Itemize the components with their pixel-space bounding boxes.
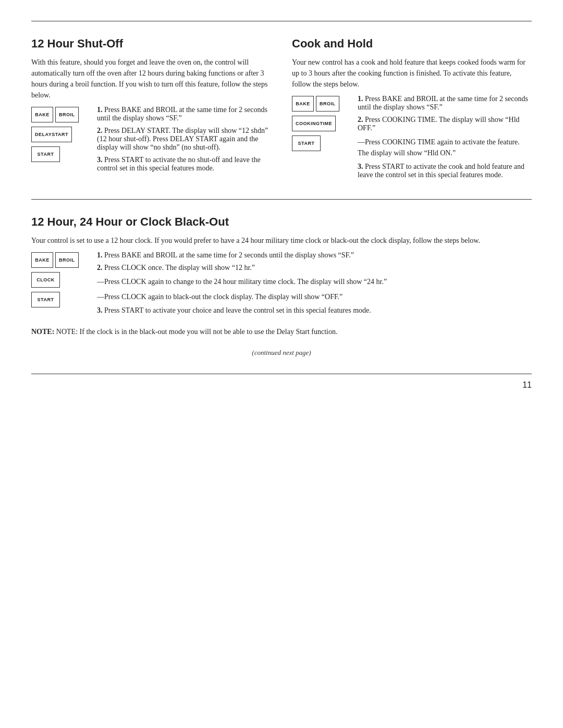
section3-title: 12 Hour, 24 Hour or Clock Black-Out: [31, 215, 532, 229]
section2-cooking-time-row: COOKINGTIME: [292, 116, 336, 131]
section2-broil-button: BROIL: [316, 96, 339, 112]
section-clock-blackout: 12 Hour, 24 Hour or Clock Black-Out Your…: [31, 215, 532, 358]
section3-note: NOTE: NOTE: If the clock is in the black…: [31, 326, 532, 337]
section1-intro: With this feature, should you forget and…: [31, 57, 271, 101]
section2-start-button: START: [292, 135, 321, 151]
section1-start-row: START: [31, 146, 60, 162]
section3-steps-container: BAKE BROIL CLOCK START 1. Press BAKE and…: [31, 251, 532, 319]
section3-buttons: BAKE BROIL CLOCK START: [31, 251, 89, 319]
section2-step3: 3. Press START to activate the cook and …: [358, 163, 532, 179]
mid-rule: [31, 199, 532, 200]
section1-step1: 1. Press BAKE and BROIL at the same time…: [97, 106, 271, 122]
section3-step3: 3. Press START to activate your choice a…: [97, 306, 532, 315]
section2-dash1: —Press COOKING TIME again to activate th…: [358, 137, 532, 158]
section3-clock-button: CLOCK: [31, 272, 60, 288]
section1-delay-start-button: DELAYSTART: [31, 127, 72, 142]
section3-start-row: START: [31, 292, 60, 307]
section2-steps-text: 1. Press BAKE and BROIL at the same time…: [358, 95, 532, 183]
section3-intro: Your control is set to use a 12 hour clo…: [31, 235, 532, 246]
section-12-hour-shutoff: 12 Hour Shut-Off With this feature, shou…: [31, 37, 271, 183]
section2-step1: 1. Press BAKE and BROIL at the same time…: [358, 95, 532, 112]
section2-bake-broil-row: BAKE BROIL: [292, 96, 339, 112]
top-rule: [31, 21, 532, 21]
section1-bake-broil-row: BAKE BROIL: [31, 107, 79, 122]
page: 12 Hour Shut-Off With this feature, shou…: [0, 0, 563, 405]
continued-label: (continued next page): [31, 348, 532, 358]
bottom-rule: [31, 374, 532, 374]
section3-step1: 1. Press BAKE and BROIL at the same time…: [97, 251, 532, 260]
section3-clock-row: CLOCK: [31, 272, 60, 288]
section-cook-and-hold: Cook and Hold Your new control has a coo…: [292, 37, 532, 183]
section1-broil-button: BROIL: [55, 107, 79, 122]
section1-buttons: BAKE BROIL DELAYSTART START: [31, 106, 89, 177]
section2-cooking-time-button: COOKINGTIME: [292, 116, 336, 131]
section1-step3: 3. Press START to activate the no shut-o…: [97, 156, 271, 172]
section3-start-button: START: [31, 292, 60, 307]
page-number: 11: [522, 380, 532, 390]
section3-steps-text: 1. Press BAKE and BROIL at the same time…: [97, 251, 532, 319]
section3-bake-broil-row: BAKE BROIL: [31, 252, 79, 268]
section2-title: Cook and Hold: [292, 37, 532, 51]
section2-steps-container: BAKE BROIL COOKINGTIME START 1.: [292, 95, 532, 183]
section3-dash1: —Press CLOCK again to change to the 24 h…: [97, 276, 532, 287]
section1-delay-start-row: DELAYSTART: [31, 127, 72, 142]
section3-bake-button: BAKE: [31, 252, 53, 268]
upper-two-col: 12 Hour Shut-Off With this feature, shou…: [31, 37, 532, 183]
section2-intro: Your new control has a cook and hold fea…: [292, 57, 532, 90]
section2-start-row: START: [292, 135, 321, 151]
section1-step2: 2. Press DELAY START. The display will s…: [97, 127, 271, 152]
section1-steps-text: 1. Press BAKE and BROIL at the same time…: [97, 106, 271, 177]
section1-steps-container: BAKE BROIL DELAYSTART START 1.: [31, 106, 271, 177]
section2-buttons: BAKE BROIL COOKINGTIME START: [292, 95, 349, 183]
section3-step2: 2. Press CLOCK once. The display will sh…: [97, 264, 532, 272]
section1-start-button: START: [31, 146, 60, 162]
section1-bake-button: BAKE: [31, 107, 53, 122]
section2-bake-button: BAKE: [292, 96, 314, 112]
section1-title: 12 Hour Shut-Off: [31, 37, 271, 51]
section2-step2: 2. Press COOKING TIME. The display will …: [358, 116, 532, 132]
section3-broil-button: BROIL: [55, 252, 79, 268]
section3-dash2: —Press CLOCK again to black-out the cloc…: [97, 291, 532, 302]
